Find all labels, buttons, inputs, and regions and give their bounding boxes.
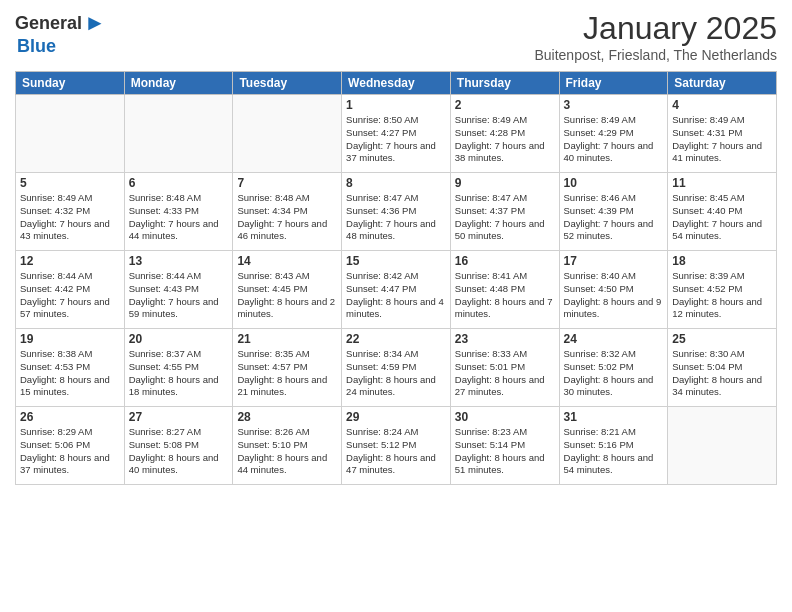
day-number: 28 (237, 410, 337, 424)
calendar-cell: 19Sunrise: 8:38 AM Sunset: 4:53 PM Dayli… (16, 329, 125, 407)
logo-general: General (15, 13, 82, 34)
weekday-header: Saturday (668, 72, 777, 95)
calendar-cell: 7Sunrise: 8:48 AM Sunset: 4:34 PM Daylig… (233, 173, 342, 251)
calendar-cell: 23Sunrise: 8:33 AM Sunset: 5:01 PM Dayli… (450, 329, 559, 407)
day-number: 4 (672, 98, 772, 112)
day-info: Sunrise: 8:21 AM Sunset: 5:16 PM Dayligh… (564, 426, 664, 477)
weekday-header: Monday (124, 72, 233, 95)
day-info: Sunrise: 8:34 AM Sunset: 4:59 PM Dayligh… (346, 348, 446, 399)
day-number: 1 (346, 98, 446, 112)
calendar-row: 19Sunrise: 8:38 AM Sunset: 4:53 PM Dayli… (16, 329, 777, 407)
calendar-cell: 11Sunrise: 8:45 AM Sunset: 4:40 PM Dayli… (668, 173, 777, 251)
day-info: Sunrise: 8:35 AM Sunset: 4:57 PM Dayligh… (237, 348, 337, 399)
logo-icon: ► (84, 10, 106, 36)
calendar-header-row: SundayMondayTuesdayWednesdayThursdayFrid… (16, 72, 777, 95)
day-info: Sunrise: 8:37 AM Sunset: 4:55 PM Dayligh… (129, 348, 229, 399)
day-info: Sunrise: 8:39 AM Sunset: 4:52 PM Dayligh… (672, 270, 772, 321)
day-number: 16 (455, 254, 555, 268)
day-number: 8 (346, 176, 446, 190)
day-info: Sunrise: 8:49 AM Sunset: 4:31 PM Dayligh… (672, 114, 772, 165)
day-info: Sunrise: 8:24 AM Sunset: 5:12 PM Dayligh… (346, 426, 446, 477)
calendar-cell: 22Sunrise: 8:34 AM Sunset: 4:59 PM Dayli… (342, 329, 451, 407)
title-block: January 2025 Buitenpost, Friesland, The … (534, 10, 777, 63)
calendar-cell: 4Sunrise: 8:49 AM Sunset: 4:31 PM Daylig… (668, 95, 777, 173)
weekday-header: Friday (559, 72, 668, 95)
day-number: 19 (20, 332, 120, 346)
day-info: Sunrise: 8:47 AM Sunset: 4:36 PM Dayligh… (346, 192, 446, 243)
day-info: Sunrise: 8:26 AM Sunset: 5:10 PM Dayligh… (237, 426, 337, 477)
day-number: 17 (564, 254, 664, 268)
day-info: Sunrise: 8:46 AM Sunset: 4:39 PM Dayligh… (564, 192, 664, 243)
day-info: Sunrise: 8:23 AM Sunset: 5:14 PM Dayligh… (455, 426, 555, 477)
day-info: Sunrise: 8:45 AM Sunset: 4:40 PM Dayligh… (672, 192, 772, 243)
weekday-header: Tuesday (233, 72, 342, 95)
day-number: 30 (455, 410, 555, 424)
day-number: 7 (237, 176, 337, 190)
logo-text: General ► (15, 10, 106, 36)
day-number: 26 (20, 410, 120, 424)
calendar-cell (16, 95, 125, 173)
calendar-cell: 8Sunrise: 8:47 AM Sunset: 4:36 PM Daylig… (342, 173, 451, 251)
calendar-row: 26Sunrise: 8:29 AM Sunset: 5:06 PM Dayli… (16, 407, 777, 485)
day-number: 31 (564, 410, 664, 424)
day-info: Sunrise: 8:29 AM Sunset: 5:06 PM Dayligh… (20, 426, 120, 477)
weekday-header: Thursday (450, 72, 559, 95)
calendar-row: 5Sunrise: 8:49 AM Sunset: 4:32 PM Daylig… (16, 173, 777, 251)
day-number: 22 (346, 332, 446, 346)
day-number: 9 (455, 176, 555, 190)
day-number: 23 (455, 332, 555, 346)
day-number: 18 (672, 254, 772, 268)
calendar-cell: 31Sunrise: 8:21 AM Sunset: 5:16 PM Dayli… (559, 407, 668, 485)
day-number: 10 (564, 176, 664, 190)
calendar-cell: 12Sunrise: 8:44 AM Sunset: 4:42 PM Dayli… (16, 251, 125, 329)
day-info: Sunrise: 8:44 AM Sunset: 4:43 PM Dayligh… (129, 270, 229, 321)
calendar-cell: 25Sunrise: 8:30 AM Sunset: 5:04 PM Dayli… (668, 329, 777, 407)
day-info: Sunrise: 8:40 AM Sunset: 4:50 PM Dayligh… (564, 270, 664, 321)
day-number: 6 (129, 176, 229, 190)
calendar-cell (124, 95, 233, 173)
day-info: Sunrise: 8:38 AM Sunset: 4:53 PM Dayligh… (20, 348, 120, 399)
calendar-cell: 10Sunrise: 8:46 AM Sunset: 4:39 PM Dayli… (559, 173, 668, 251)
calendar-cell: 2Sunrise: 8:49 AM Sunset: 4:28 PM Daylig… (450, 95, 559, 173)
day-number: 25 (672, 332, 772, 346)
day-number: 11 (672, 176, 772, 190)
logo-blue: Blue (17, 36, 56, 56)
calendar-cell: 30Sunrise: 8:23 AM Sunset: 5:14 PM Dayli… (450, 407, 559, 485)
calendar-cell: 21Sunrise: 8:35 AM Sunset: 4:57 PM Dayli… (233, 329, 342, 407)
day-number: 21 (237, 332, 337, 346)
header: General ► Blue January 2025 Buitenpost, … (15, 10, 777, 63)
calendar-cell: 15Sunrise: 8:42 AM Sunset: 4:47 PM Dayli… (342, 251, 451, 329)
day-info: Sunrise: 8:49 AM Sunset: 4:29 PM Dayligh… (564, 114, 664, 165)
calendar-cell: 14Sunrise: 8:43 AM Sunset: 4:45 PM Dayli… (233, 251, 342, 329)
calendar-cell: 20Sunrise: 8:37 AM Sunset: 4:55 PM Dayli… (124, 329, 233, 407)
location: Buitenpost, Friesland, The Netherlands (534, 47, 777, 63)
calendar-cell: 16Sunrise: 8:41 AM Sunset: 4:48 PM Dayli… (450, 251, 559, 329)
day-number: 20 (129, 332, 229, 346)
day-number: 15 (346, 254, 446, 268)
weekday-header: Wednesday (342, 72, 451, 95)
month-title: January 2025 (534, 10, 777, 47)
day-number: 2 (455, 98, 555, 112)
calendar-cell: 1Sunrise: 8:50 AM Sunset: 4:27 PM Daylig… (342, 95, 451, 173)
day-info: Sunrise: 8:43 AM Sunset: 4:45 PM Dayligh… (237, 270, 337, 321)
day-info: Sunrise: 8:30 AM Sunset: 5:04 PM Dayligh… (672, 348, 772, 399)
day-info: Sunrise: 8:32 AM Sunset: 5:02 PM Dayligh… (564, 348, 664, 399)
calendar-cell (668, 407, 777, 485)
calendar-table: SundayMondayTuesdayWednesdayThursdayFrid… (15, 71, 777, 485)
calendar-cell: 9Sunrise: 8:47 AM Sunset: 4:37 PM Daylig… (450, 173, 559, 251)
calendar-cell: 13Sunrise: 8:44 AM Sunset: 4:43 PM Dayli… (124, 251, 233, 329)
day-info: Sunrise: 8:49 AM Sunset: 4:32 PM Dayligh… (20, 192, 120, 243)
day-info: Sunrise: 8:48 AM Sunset: 4:33 PM Dayligh… (129, 192, 229, 243)
calendar-cell: 26Sunrise: 8:29 AM Sunset: 5:06 PM Dayli… (16, 407, 125, 485)
day-info: Sunrise: 8:44 AM Sunset: 4:42 PM Dayligh… (20, 270, 120, 321)
calendar-cell: 17Sunrise: 8:40 AM Sunset: 4:50 PM Dayli… (559, 251, 668, 329)
calendar-row: 1Sunrise: 8:50 AM Sunset: 4:27 PM Daylig… (16, 95, 777, 173)
page: General ► Blue January 2025 Buitenpost, … (0, 0, 792, 612)
day-number: 5 (20, 176, 120, 190)
day-info: Sunrise: 8:50 AM Sunset: 4:27 PM Dayligh… (346, 114, 446, 165)
calendar-cell: 3Sunrise: 8:49 AM Sunset: 4:29 PM Daylig… (559, 95, 668, 173)
day-info: Sunrise: 8:42 AM Sunset: 4:47 PM Dayligh… (346, 270, 446, 321)
day-number: 13 (129, 254, 229, 268)
day-info: Sunrise: 8:33 AM Sunset: 5:01 PM Dayligh… (455, 348, 555, 399)
calendar-cell: 18Sunrise: 8:39 AM Sunset: 4:52 PM Dayli… (668, 251, 777, 329)
